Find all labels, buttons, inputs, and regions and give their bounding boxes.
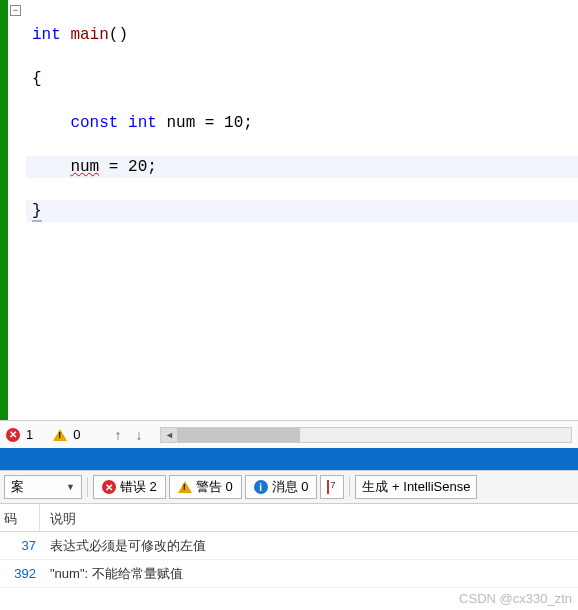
error-description: 表达式必须是可修改的左值	[40, 537, 578, 555]
error-icon: ✕	[102, 480, 116, 494]
error-row[interactable]: 392 "num": 不能给常量赋值	[0, 560, 578, 588]
flag-icon	[325, 480, 339, 494]
change-indicator-bar	[0, 0, 8, 420]
error-list-panel: 案 ▼ ✕ 错误 2 警告 0 i 消息 0 生成 + IntelliSense…	[0, 470, 578, 588]
column-header-code[interactable]: 码	[0, 504, 40, 531]
warning-count: 0	[73, 427, 80, 442]
code-line-current: num = 20;	[26, 156, 578, 178]
fold-toggle-icon[interactable]: −	[10, 5, 21, 16]
messages-label: 消息 0	[272, 478, 309, 496]
error-description: "num": 不能给常量赋值	[40, 565, 578, 583]
error-count: 1	[26, 427, 33, 442]
function-name: main	[61, 26, 109, 44]
warnings-label: 警告 0	[196, 478, 233, 496]
error-code: 37	[0, 538, 40, 553]
error-list-toolbar: 案 ▼ ✕ 错误 2 警告 0 i 消息 0 生成 + IntelliSense	[0, 470, 578, 504]
scope-label: 案	[11, 478, 24, 496]
code-text: = 20;	[99, 158, 157, 176]
horizontal-scrollbar[interactable]: ◄	[160, 427, 572, 443]
code-indent	[32, 158, 70, 176]
chevron-down-icon: ▼	[66, 482, 75, 492]
code-line: int main()	[26, 24, 578, 46]
code-line: const int num = 10;	[26, 112, 578, 134]
error-table-header: 码 说明	[0, 504, 578, 532]
warnings-toggle[interactable]: 警告 0	[169, 475, 242, 499]
editor-status-bar: ✕ 1 0 ↑ ↓ ◄	[0, 420, 578, 448]
code-text	[118, 114, 128, 132]
code-text: num = 10;	[157, 114, 253, 132]
error-squiggle: num	[70, 158, 99, 176]
source-dropdown[interactable]: 生成 + IntelliSense	[355, 475, 477, 499]
separator	[349, 477, 350, 497]
warning-icon	[53, 429, 67, 441]
next-error-button[interactable]: ↓	[131, 427, 146, 443]
code-editor[interactable]: − int main() { const int num = 10; num =…	[0, 0, 578, 420]
scope-dropdown[interactable]: 案 ▼	[4, 475, 82, 499]
code-line: {	[26, 68, 578, 90]
error-row[interactable]: 37 表达式必须是可修改的左值	[0, 532, 578, 560]
keyword: int	[128, 114, 157, 132]
error-icon: ✕	[6, 428, 20, 442]
keyword: const	[70, 114, 118, 132]
keyword: int	[32, 26, 61, 44]
panel-divider	[0, 448, 578, 470]
scroll-thumb[interactable]	[177, 428, 300, 442]
intellisense-filter[interactable]	[320, 475, 344, 499]
messages-toggle[interactable]: i 消息 0	[245, 475, 318, 499]
watermark: CSDN @cx330_ztn	[459, 591, 572, 606]
error-code: 392	[0, 566, 40, 581]
prev-error-button[interactable]: ↑	[110, 427, 125, 443]
info-icon: i	[254, 480, 268, 494]
fold-gutter: −	[8, 0, 24, 420]
code-content[interactable]: int main() { const int num = 10; num = 2…	[24, 0, 578, 420]
code-text: ()	[109, 26, 128, 44]
code-indent	[32, 114, 70, 132]
brace-match: }	[32, 202, 42, 222]
errors-toggle[interactable]: ✕ 错误 2	[93, 475, 166, 499]
column-header-description[interactable]: 说明	[40, 504, 578, 531]
errors-label: 错误 2	[120, 478, 157, 496]
source-label: 生成 + IntelliSense	[362, 478, 470, 496]
scroll-left-button[interactable]: ◄	[161, 428, 177, 442]
warning-icon	[178, 481, 192, 493]
separator	[87, 477, 88, 497]
code-line: }	[26, 200, 578, 222]
